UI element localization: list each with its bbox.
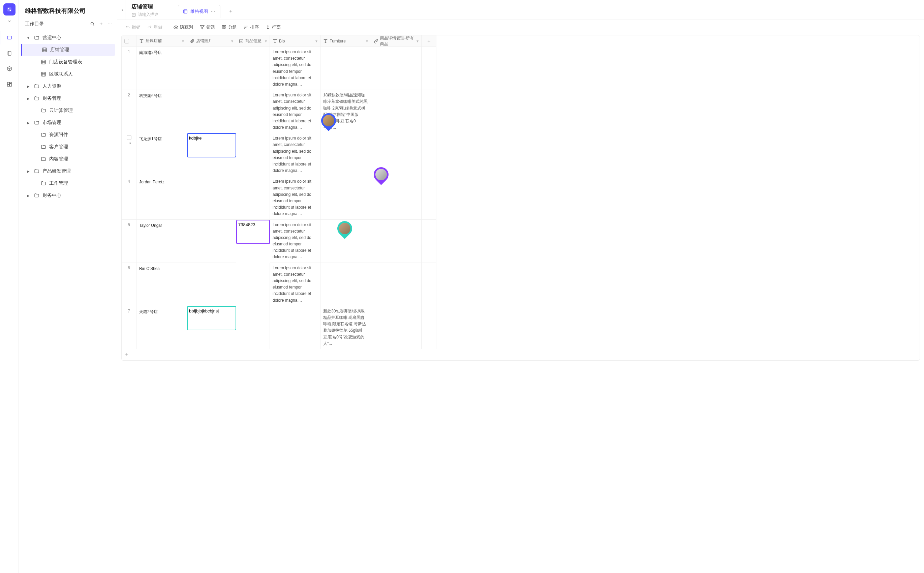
column-menu-icon[interactable]: ▾ (416, 39, 419, 44)
rail-dashboard-icon[interactable] (3, 78, 16, 91)
sidebar-item-11[interactable]: ▶产品研发管理 (21, 165, 115, 177)
rail-notebook-icon[interactable] (3, 47, 16, 60)
sort-button[interactable]: 排序 (241, 23, 261, 32)
column-menu-icon[interactable]: ▾ (182, 39, 184, 44)
cell-photo[interactable] (187, 47, 236, 90)
cell-store[interactable]: Rin O'Shea (136, 263, 187, 306)
cell-furniture[interactable]: 新款30包澎湃装/多风味精品挂耳咖啡 现磨黑咖啡粉,限定联名罐 哥斯达黎加佩拉德… (321, 306, 371, 349)
cell-goods[interactable] (236, 220, 270, 263)
row-index[interactable]: 7 (122, 306, 136, 349)
cell-photo[interactable] (187, 176, 236, 219)
tab-more-icon[interactable] (211, 9, 215, 14)
cell-furniture[interactable] (321, 133, 371, 176)
column-menu-icon[interactable]: ▾ (265, 39, 267, 44)
sidebar-item-9[interactable]: 客户管理 (21, 141, 115, 153)
cell-goods[interactable] (236, 263, 270, 306)
cell-store[interactable]: Jordan Peretz (136, 176, 187, 219)
sidebar-item-7[interactable]: ▶市场管理 (21, 117, 115, 129)
cell-bio[interactable]: Lorem ipsum dolor sit amet, consectetur … (270, 220, 321, 263)
cell-store[interactable]: 天猫2号店 (136, 306, 187, 349)
tab-grid-view[interactable]: 维格视图 (178, 5, 220, 18)
row-height-button[interactable]: 行高 (263, 23, 283, 32)
column-header-goods[interactable]: 商品信息▾ (236, 35, 270, 47)
row-index[interactable]: 5 (122, 220, 136, 263)
cell-bio[interactable]: Lorem ipsum dolor sit amet, consectetur … (270, 176, 321, 219)
rail-cube-icon[interactable] (3, 62, 16, 75)
cell-photo[interactable] (187, 90, 236, 133)
cell-furniture[interactable] (321, 176, 371, 219)
rail-workspace-icon[interactable] (0, 31, 18, 44)
sidebar-item-1[interactable]: 店铺管理 (21, 44, 115, 56)
more-icon[interactable] (108, 22, 112, 26)
column-header-check[interactable] (122, 35, 136, 47)
cell-goods[interactable] (236, 306, 270, 349)
redo-button[interactable]: 重做 (145, 23, 165, 32)
sidebar-item-0[interactable]: ▼营运中心 (21, 32, 115, 44)
cell-detail[interactable] (371, 220, 422, 263)
cell-bio[interactable]: Lorem ipsum dolor sit amet, consectetur … (270, 90, 321, 133)
cell-detail[interactable] (371, 263, 422, 306)
sidebar-item-12[interactable]: 工作管理 (21, 177, 115, 189)
sidebar-item-3[interactable]: 区域联系人 (21, 68, 115, 80)
row-checkbox[interactable] (127, 135, 131, 140)
cell-store[interactable]: Taylor Ungar (136, 220, 187, 263)
row-index[interactable]: 1 (122, 47, 136, 90)
column-header-add[interactable] (422, 35, 436, 47)
row-index[interactable]: 4 (122, 176, 136, 219)
collapse-sidebar-icon[interactable] (119, 0, 125, 20)
cell-store[interactable]: 科技园6号店 (136, 90, 187, 133)
column-header-photo[interactable]: 店铺照片▾ (187, 35, 236, 47)
org-chevron-icon[interactable] (7, 19, 12, 23)
column-menu-icon[interactable]: ▾ (366, 39, 368, 44)
sidebar-item-13[interactable]: ▶财务中心 (21, 189, 115, 202)
cell-store[interactable]: 飞龙源1号店 (136, 133, 187, 176)
row-index[interactable] (122, 133, 136, 176)
cell-input[interactable] (189, 308, 234, 313)
cell-photo[interactable] (187, 263, 236, 306)
cell-photo[interactable] (187, 306, 236, 349)
description-placeholder[interactable]: 请输入描述 (138, 12, 158, 17)
sidebar-item-4[interactable]: ▶人力资源 (21, 80, 115, 92)
sidebar-item-5[interactable]: ▶财务管理 (21, 92, 115, 105)
column-header-detail[interactable]: 商品详情管理-所有商品▾ (371, 35, 422, 47)
select-all-checkbox[interactable] (124, 39, 129, 44)
app-logo[interactable] (3, 3, 16, 16)
cell-goods[interactable] (236, 176, 270, 219)
column-menu-icon[interactable]: ▾ (231, 39, 233, 44)
add-tab-button[interactable] (224, 5, 238, 17)
search-icon[interactable] (90, 22, 95, 26)
sidebar-item-8[interactable]: 资源附件 (21, 129, 115, 141)
column-header-furniture[interactable]: Furniture▾ (321, 35, 371, 47)
cell-detail[interactable] (371, 90, 422, 133)
filter-button[interactable]: 筛选 (197, 23, 218, 32)
cell-bio[interactable]: Lorem ipsum dolor sit amet, consectetur … (270, 133, 321, 176)
cell-bio[interactable]: Lorem ipsum dolor sit amet, consectetur … (270, 263, 321, 306)
cell-photo[interactable] (187, 133, 236, 176)
row-index[interactable]: 2 (122, 90, 136, 133)
cell-goods[interactable] (236, 90, 270, 133)
cell-input[interactable] (189, 136, 234, 141)
hide-columns-button[interactable]: 隐藏列 (171, 23, 196, 32)
cell-photo[interactable] (187, 220, 236, 263)
cell-detail[interactable] (371, 47, 422, 90)
cell-goods[interactable] (236, 47, 270, 90)
cell-store[interactable]: 南海路2号店 (136, 47, 187, 90)
undo-button[interactable]: 撤销 (123, 23, 143, 32)
group-button[interactable]: 分组 (219, 23, 239, 32)
column-header-bio[interactable]: Bio▾ (270, 35, 321, 47)
add-icon[interactable] (99, 22, 103, 26)
sidebar-item-6[interactable]: 云计算管理 (21, 105, 115, 117)
cell-goods[interactable] (236, 133, 270, 176)
cell-furniture[interactable] (321, 263, 371, 306)
sidebar-item-2[interactable]: 门店设备管理表 (21, 56, 115, 68)
row-index[interactable]: 6 (122, 263, 136, 306)
column-menu-icon[interactable]: ▾ (316, 39, 317, 44)
add-column-icon[interactable] (427, 39, 432, 44)
sidebar-item-10[interactable]: 内容管理 (21, 153, 115, 165)
cell-furniture[interactable] (321, 47, 371, 90)
cell-detail[interactable] (371, 306, 422, 349)
cell-bio[interactable]: Lorem ipsum dolor sit amet, consectetur … (270, 47, 321, 90)
add-row-button[interactable] (122, 349, 436, 360)
column-header-store[interactable]: 所属店铺▾ (136, 35, 187, 47)
cell-input[interactable] (238, 222, 268, 227)
